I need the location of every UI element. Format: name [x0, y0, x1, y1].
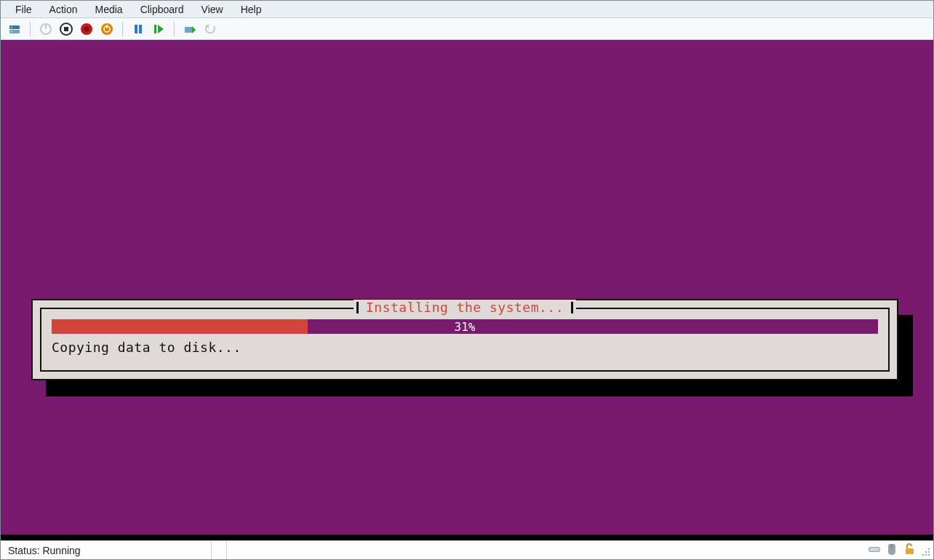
menu-help[interactable]: Help: [232, 2, 271, 17]
svg-rect-17: [185, 27, 192, 33]
dialog-title: Installing the system...: [359, 300, 571, 315]
toolbar-separator: [174, 22, 175, 36]
mouse-icon: [885, 543, 898, 558]
svg-marker-18: [192, 26, 196, 33]
menu-action[interactable]: Action: [41, 2, 87, 17]
menu-clipboard[interactable]: Clipboard: [132, 2, 193, 17]
record-icon[interactable]: [79, 21, 95, 37]
svg-rect-15: [154, 25, 156, 33]
svg-rect-21: [869, 548, 879, 551]
reset-icon[interactable]: [99, 21, 115, 37]
svg-rect-14: [139, 25, 142, 33]
svg-rect-13: [135, 25, 137, 33]
pause-icon[interactable]: [130, 21, 146, 37]
svg-point-3: [11, 31, 12, 32]
checkpoint-icon[interactable]: [182, 21, 198, 37]
status-cell-empty: [212, 541, 227, 559]
svg-marker-16: [158, 25, 164, 33]
dialog-title-wrap: Installing the system...: [41, 300, 888, 315]
menu-view[interactable]: View: [193, 2, 232, 17]
svg-point-9: [84, 26, 89, 31]
status-spacer: [227, 541, 862, 559]
toolbar-separator: [122, 22, 123, 36]
vm-display[interactable]: Installing the system... 31% Copying dat…: [1, 40, 933, 540]
keyboard-icon: [868, 543, 881, 558]
installer-dialog: Installing the system... 31% Copying dat…: [31, 299, 898, 380]
svg-rect-7: [64, 27, 68, 31]
statusbar: Status: Running: [1, 540, 933, 559]
svg-rect-23: [906, 548, 914, 554]
server-icon[interactable]: [7, 21, 23, 37]
installer-message: Copying data to disk...: [52, 340, 242, 355]
revert-icon: [202, 21, 218, 37]
menubar: File Action Media Clipboard View Help: [1, 1, 933, 18]
toolbar-separator: [30, 22, 31, 36]
svg-point-2: [11, 26, 12, 28]
menu-file[interactable]: File: [7, 2, 41, 17]
progress-percent-label: 31%: [52, 319, 878, 334]
play-icon[interactable]: [151, 21, 167, 37]
dialog-inner-frame: Installing the system... 31% Copying dat…: [40, 308, 890, 372]
status-icons: [862, 541, 922, 559]
status-label: Status: Running: [1, 541, 212, 559]
power-icon: [38, 21, 54, 37]
lock-open-icon: [903, 543, 916, 558]
stop-icon[interactable]: [58, 21, 74, 37]
menu-media[interactable]: Media: [86, 2, 131, 17]
progress-bar: 31%: [52, 319, 878, 334]
resize-grip[interactable]: [922, 548, 932, 558]
toolbar: [1, 18, 933, 40]
